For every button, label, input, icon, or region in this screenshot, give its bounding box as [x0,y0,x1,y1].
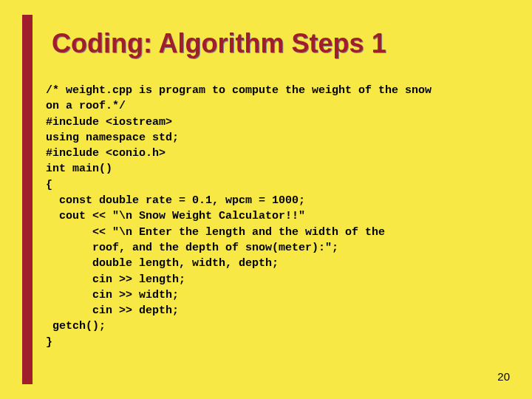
accent-bar [22,15,33,384]
slide-title: Coding: Algorithm Steps 1 [52,28,386,59]
page-number: 20 [497,370,510,383]
slide: Coding: Algorithm Steps 1 /* weight.cpp … [0,0,532,399]
code-block: /* weight.cpp is program to compute the … [46,83,517,350]
